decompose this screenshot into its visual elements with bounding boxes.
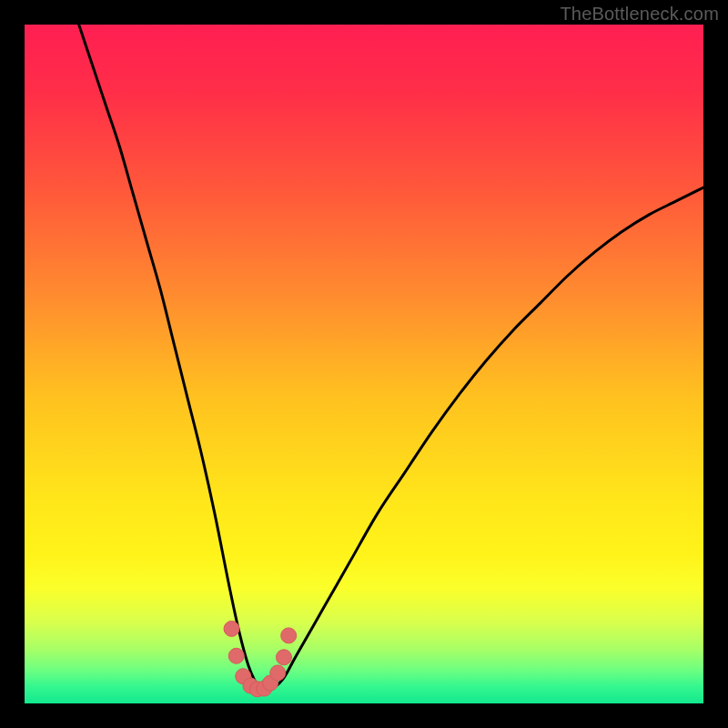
marker-dot [281, 628, 297, 643]
marker-dot [224, 621, 239, 636]
bottleneck-curve [79, 25, 703, 691]
plot-area [25, 25, 703, 703]
marker-dot [276, 650, 291, 665]
marker-dot [228, 648, 244, 663]
highlighted-range-markers [224, 621, 297, 696]
bottleneck-curve-layer [25, 25, 703, 703]
chart-frame: TheBottleneck.com [0, 0, 728, 728]
watermark-text: TheBottleneck.com [560, 4, 719, 25]
marker-dot [270, 665, 286, 681]
